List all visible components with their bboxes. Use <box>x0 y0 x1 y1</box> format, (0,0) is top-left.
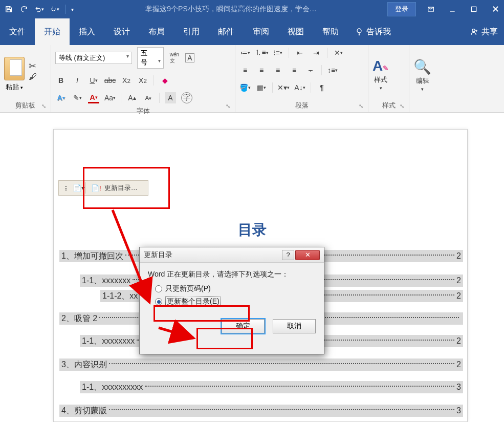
toc-title: 目录 <box>0 220 504 240</box>
text-effects-icon[interactable]: A <box>55 92 67 103</box>
group-paragraph: ≔ ⒈≡ ⁝≡ ⇤ ⇥ ✕ ≡ ≡ ≡ ≡ ⫟ ↕≡ 🪣 ▦ <box>235 45 368 112</box>
tell-me-search[interactable]: 告诉我 <box>348 18 398 45</box>
font-size-select[interactable]: 五号 <box>137 47 164 69</box>
toc-entry-text: 1、增加可撤回次 <box>61 251 123 262</box>
radio-icon[interactable] <box>155 285 162 292</box>
snap-to-grid-icon[interactable]: ✕▾ <box>278 82 289 93</box>
toc-entry-text: 2、吸管 2 <box>61 313 97 324</box>
justify-icon[interactable]: ≡ <box>289 65 300 76</box>
svg-point-5 <box>357 29 361 33</box>
character-shading-icon[interactable]: A <box>165 92 176 103</box>
phonetic-guide-icon[interactable]: wén文 <box>169 52 180 64</box>
tab-insert[interactable]: 插入 <box>70 18 104 45</box>
styles-dialog-launcher-icon[interactable]: ⤡ <box>400 103 407 110</box>
tab-mailings[interactable]: 邮件 <box>209 18 244 45</box>
ribbon-options-icon[interactable] <box>426 5 435 14</box>
login-button[interactable]: 登录 <box>387 2 416 16</box>
borders-icon[interactable]: ▦ <box>256 82 267 93</box>
strikethrough-icon[interactable]: abc <box>104 75 116 86</box>
tab-layout[interactable]: 布局 <box>139 18 174 45</box>
character-border-icon[interactable]: A <box>185 53 194 62</box>
tab-review[interactable]: 审阅 <box>244 18 278 45</box>
numbering-icon[interactable]: ⒈≡ <box>256 47 267 58</box>
styles-label: 样式 <box>374 75 387 85</box>
highlight-icon[interactable]: ✎ <box>72 92 83 103</box>
toc-gripper-icon[interactable]: ⫶ <box>59 184 72 192</box>
underline-icon[interactable]: U <box>88 75 99 86</box>
clear-formatting-icon[interactable]: ◆ <box>159 75 170 86</box>
cut-icon[interactable]: ✂ <box>29 60 36 72</box>
bullets-icon[interactable]: ≔ <box>239 47 251 58</box>
multilevel-list-icon[interactable]: ⁝≡ <box>272 47 283 58</box>
repeat-icon[interactable] <box>19 5 29 14</box>
bold-icon[interactable]: B <box>55 75 67 86</box>
subscript-icon[interactable]: X2 <box>121 75 132 86</box>
toc-entry-text: 1-1-2、xx <box>102 291 138 302</box>
toc-entry[interactable]: 3、内容识别2 <box>59 358 463 371</box>
save-icon[interactable] <box>4 5 13 14</box>
undo-icon[interactable]: ▾ <box>35 5 44 14</box>
quick-access-toolbar: ▾ ▾ ▾ <box>4 5 75 14</box>
radio-label-pages: 只更新页码(P) <box>165 284 211 293</box>
ribbon-tabs: 文件 开始 插入 设计 布局 引用 邮件 审阅 视图 帮助 告诉我 共享 <box>0 18 504 45</box>
change-case-icon[interactable]: Aa <box>104 92 116 103</box>
toc-entry-text: 1-1、xxxxxxxx <box>82 336 135 347</box>
toc-entry[interactable]: 1-1、xxxxxxxxxx3 <box>80 381 463 393</box>
shrink-font-icon[interactable]: A▾ <box>143 92 154 103</box>
radio-icon[interactable] <box>155 298 162 305</box>
toc-entry-text: 3、内容识别 <box>61 360 107 370</box>
share-button[interactable]: 共享 <box>464 18 504 45</box>
align-center-icon[interactable]: ≡ <box>256 65 267 76</box>
tab-design[interactable]: 设计 <box>104 18 139 45</box>
format-painter-icon[interactable]: 🖌 <box>29 72 37 81</box>
find-button[interactable]: 🔍 编辑 ▾ <box>413 58 431 92</box>
tab-view[interactable]: 视图 <box>278 18 313 45</box>
styles-button[interactable]: A✎ 样式 ▾ <box>372 58 389 91</box>
show-marks-icon[interactable]: ¶ <box>316 82 327 93</box>
grow-font-icon[interactable]: A▴ <box>126 92 138 103</box>
enclose-characters-icon[interactable]: 字 <box>181 92 192 103</box>
toc-entry-text: 1-1、xxxxxxxxxx <box>82 382 143 393</box>
title-bar: ▾ ▾ ▾ 掌握这9个PS小技巧，瞬间提高你的作图速度，学会… 登录 ✕ <box>0 0 504 18</box>
distributed-icon[interactable]: ⫟ <box>305 65 316 76</box>
dialog-help-icon[interactable]: ? <box>282 250 294 260</box>
align-right-icon[interactable]: ≡ <box>272 65 283 76</box>
tab-help[interactable]: 帮助 <box>313 18 348 45</box>
italic-icon[interactable]: I <box>72 75 83 86</box>
cancel-button[interactable]: 取消 <box>273 319 316 333</box>
align-left-icon[interactable]: ≡ <box>239 65 251 76</box>
tab-references[interactable]: 引用 <box>174 18 209 45</box>
close-icon[interactable]: ✕ <box>491 5 500 14</box>
paragraph-dialog-launcher-icon[interactable]: ⤡ <box>359 103 366 110</box>
paste-button[interactable]: 粘贴 ▾ <box>6 82 24 92</box>
qat-more-icon[interactable]: ▾ <box>65 5 75 14</box>
increase-indent-icon[interactable]: ⇥ <box>311 47 322 58</box>
line-spacing-icon[interactable]: ↕≡ <box>327 65 338 76</box>
dialog-titlebar[interactable]: 更新目录 ? ✕ <box>140 247 324 263</box>
toc-leader-dots <box>109 409 454 410</box>
dialog-close-icon[interactable]: ✕ <box>295 250 320 260</box>
font-dialog-launcher-icon[interactable]: ⤡ <box>226 103 233 110</box>
dialog-title: 更新目录 <box>144 250 172 260</box>
shading-icon[interactable]: 🪣 <box>239 82 251 93</box>
tab-home[interactable]: 开始 <box>35 18 70 45</box>
sort-icon[interactable]: A↓ <box>294 82 305 93</box>
paste-icon[interactable]: ✂ <box>4 57 25 80</box>
toc-entry-page: 2 <box>456 276 461 285</box>
asian-layout-icon[interactable]: ✕ <box>333 47 344 58</box>
toc-leader-dots <box>145 386 454 387</box>
minimize-icon[interactable] <box>448 5 457 14</box>
superscript-icon[interactable]: X2 <box>137 75 148 86</box>
tab-file[interactable]: 文件 <box>0 18 35 45</box>
touch-mode-icon[interactable]: ▾ <box>50 5 59 14</box>
group-label-clipboard: 剪贴板 <box>4 101 47 111</box>
decrease-indent-icon[interactable]: ⇤ <box>294 47 305 58</box>
edit-label: 编辑 <box>416 76 429 86</box>
toc-entry[interactable]: 4、剪切蒙版3 <box>59 405 463 417</box>
font-name-select[interactable]: 等线 (西文正文) <box>55 52 132 64</box>
toc-leader-dots <box>109 363 454 364</box>
font-color-icon[interactable]: A <box>88 92 99 103</box>
maximize-icon[interactable] <box>469 5 478 14</box>
clipboard-dialog-launcher-icon[interactable]: ⤡ <box>41 103 49 110</box>
radio-option-page-numbers[interactable]: 只更新页码(P) <box>155 284 316 293</box>
